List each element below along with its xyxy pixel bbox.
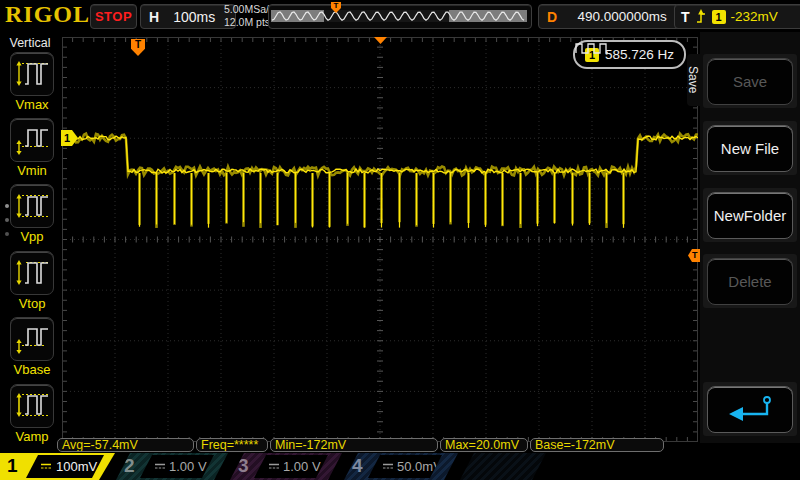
softkey-menu: Save Save New File NewFolder Delete xyxy=(700,32,800,443)
menu-button-back[interactable] xyxy=(707,386,793,433)
sidebar-item-label: Vamp xyxy=(9,429,55,444)
channel-number: 4 xyxy=(352,455,363,477)
menu-slot xyxy=(703,382,797,436)
horizontal-timebase[interactable]: H 100ms xyxy=(140,4,236,29)
sidebar-item-vmin[interactable]: Vmin xyxy=(9,118,55,178)
scroll-dot-icon xyxy=(5,232,9,236)
sidebar-item-vtop[interactable]: Vtop xyxy=(9,251,55,311)
frequency-counter: 1 585.726 Hz xyxy=(573,40,686,69)
sidebar-item-vpp[interactable]: Vpp xyxy=(9,184,55,244)
menu-button-save[interactable]: Save xyxy=(707,58,793,105)
vbase-icon xyxy=(10,317,54,361)
coupling-icon xyxy=(40,463,52,472)
coupling-icon xyxy=(154,463,166,472)
sidebar-title: Vertical xyxy=(0,32,60,50)
measurement-min: Min=-172mV xyxy=(270,438,438,452)
measurement-max: Max=20.0mV xyxy=(440,438,528,452)
memory-waveform-thumbnail[interactable]: T xyxy=(268,4,532,29)
oscilloscope-screen: { "header": { "logo": "RIGOL", "run_stat… xyxy=(0,0,800,480)
vamp-icon xyxy=(10,384,54,428)
coupling-icon xyxy=(268,463,280,472)
sidebar-item-label: Vmax xyxy=(9,97,55,112)
channel-status-bar: 1 100mV 2 1.00 V 3 1.00 V xyxy=(0,453,800,480)
vpp-icon xyxy=(10,184,54,228)
sample-rate: 5.00MSa/s xyxy=(224,3,274,16)
measurement-avg: Avg=-57.4mV xyxy=(57,438,194,452)
channel2-status[interactable]: 2 1.00 V xyxy=(116,453,228,480)
channel-scale: 1.00 V xyxy=(169,459,207,474)
channel-scale-box: 1.00 V xyxy=(140,455,214,478)
empty-channel-slot xyxy=(460,453,546,480)
delay-value: 490.000000ms xyxy=(567,9,677,24)
return-arrow-icon xyxy=(719,393,781,423)
acquisition-info: 5.00MSa/s 12.0M pts xyxy=(224,3,274,29)
graticule-and-waveform xyxy=(62,37,698,442)
coupling-icon xyxy=(382,463,394,472)
trigger-source-badge: 1 xyxy=(712,10,726,24)
channel-scale-box: 50.0mV xyxy=(368,455,442,478)
trigger-delay[interactable]: D 490.000000ms xyxy=(538,4,686,29)
channel1-status[interactable]: 1 100mV xyxy=(0,453,115,480)
channel-scale-box: 100mV xyxy=(26,455,104,478)
sidebar-item-vmax[interactable]: Vmax xyxy=(9,52,55,112)
measurement-freq: Freq=***** xyxy=(196,438,268,452)
channel-number: 1 xyxy=(7,455,18,477)
rigol-logo: RIGOL xyxy=(5,1,90,28)
vmin-icon xyxy=(10,118,54,162)
channel-number: 2 xyxy=(124,455,135,477)
sidebar-item-label: Vtop xyxy=(9,296,55,311)
sidebar-item-label: Vpp xyxy=(9,229,55,244)
measurement-base: Base=-172mV xyxy=(530,438,664,452)
trigger-level-value: -232mV xyxy=(731,9,778,24)
scroll-dot-icon xyxy=(5,204,9,208)
memory-depth: 12.0M pts xyxy=(224,16,274,29)
menu-slot: New File xyxy=(703,121,797,175)
vmax-icon xyxy=(10,52,54,96)
timebase-value: 100ms xyxy=(173,9,215,25)
channel-scale-box: 1.00 V xyxy=(254,455,328,478)
counter-value: 585.726 Hz xyxy=(605,47,674,62)
menu-slot: Save xyxy=(703,54,797,108)
menu-button-delete[interactable]: Delete xyxy=(707,258,793,305)
delay-label: D xyxy=(547,9,557,25)
channel-scale: 1.00 V xyxy=(283,459,321,474)
scroll-dot-icon xyxy=(5,218,9,222)
square-wave-icon xyxy=(575,42,609,55)
thumbnail-waveform-icon xyxy=(269,5,529,26)
sidebar-item-label: Vbase xyxy=(9,362,55,377)
sidebar-item-label: Vmin xyxy=(9,163,55,178)
menu-button-new-folder[interactable]: NewFolder xyxy=(707,192,793,239)
rising-edge-icon xyxy=(695,9,707,24)
channel-scale: 100mV xyxy=(56,459,97,474)
sidebar-item-vamp[interactable]: Vamp xyxy=(9,384,55,444)
horizontal-label: H xyxy=(149,9,159,25)
menu-tab-save: Save xyxy=(687,54,700,106)
channel3-status[interactable]: 3 1.00 V xyxy=(230,453,342,480)
menu-slot: Delete xyxy=(703,254,797,308)
sidebar-item-vbase[interactable]: Vbase xyxy=(9,317,55,377)
measure-sidebar: Vertical Vmax Vmin xyxy=(0,32,60,453)
channel-scale: 50.0mV xyxy=(397,459,442,474)
waveform-display-area: 1 T T 1 585.726 Hz xyxy=(62,37,698,442)
menu-slot: NewFolder xyxy=(703,188,797,242)
menu-button-new-file[interactable]: New File xyxy=(707,125,793,172)
top-status-bar: RIGOL STOP H 100ms 5.00MSa/s 12.0M pts T… xyxy=(0,0,800,32)
trigger-status[interactable]: T 1 -232mV xyxy=(674,4,800,29)
run-state-indicator[interactable]: STOP xyxy=(90,4,137,29)
trigger-label: T xyxy=(681,9,690,25)
channel4-status[interactable]: 4 50.0mV xyxy=(344,453,458,480)
vtop-icon xyxy=(10,251,54,295)
channel-number: 3 xyxy=(238,455,249,477)
